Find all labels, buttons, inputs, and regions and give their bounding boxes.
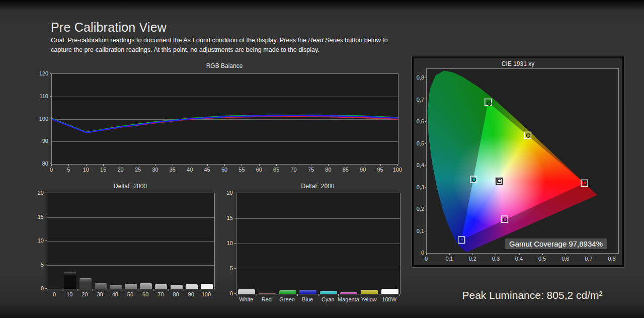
bar-20	[79, 278, 92, 289]
axis-tick	[45, 217, 47, 217]
plot-area	[426, 68, 619, 254]
tick-label: 45	[200, 167, 215, 173]
axis-tick	[294, 165, 294, 166]
axis-tick	[103, 165, 104, 166]
tick-label: 25	[130, 167, 145, 173]
grid-line	[47, 265, 214, 266]
tick-label: 90	[30, 138, 48, 144]
axis-tick	[51, 165, 52, 166]
grid-line	[47, 241, 214, 242]
tick-label: 55	[234, 167, 249, 173]
bar-10	[64, 272, 76, 289]
bar-red	[259, 293, 276, 294]
grid-line	[47, 217, 214, 218]
tick-label: 5	[30, 262, 44, 268]
tick-label: 0,1	[441, 256, 458, 262]
axis-tick	[121, 165, 121, 166]
axis-tick	[234, 193, 236, 193]
bar-70	[155, 284, 167, 289]
bar-label: 100W	[375, 296, 403, 303]
tick-label: 0,2	[414, 206, 424, 212]
bar-100	[201, 284, 213, 289]
axis-tick	[589, 254, 589, 255]
axis-tick	[399, 294, 400, 296]
tick-label: 10	[219, 240, 233, 247]
peak-luminance: Peak Luminance: 805,2 cd/m²	[442, 289, 623, 301]
axis-tick	[328, 165, 329, 166]
axis-tick	[190, 165, 190, 166]
tick-label: 20	[219, 190, 233, 196]
tick-label: 0,3	[487, 256, 504, 262]
bar-100w	[381, 289, 398, 294]
axis-tick	[224, 165, 225, 166]
pre-calibration-view: { "page": { "title": "Pre Calibration Vi…	[0, 0, 644, 318]
axis-tick	[425, 209, 426, 209]
axis-tick	[496, 254, 496, 255]
tick-label: 5	[61, 167, 76, 173]
axis-tick	[379, 294, 379, 296]
goal-mid: button below to	[343, 37, 388, 44]
axis-tick	[449, 254, 450, 255]
axis-tick	[359, 294, 359, 296]
axis-tick	[257, 294, 257, 296]
axis-tick	[169, 289, 169, 291]
axis-tick	[207, 165, 208, 166]
axis-tick	[123, 289, 123, 291]
axis-tick	[138, 289, 138, 291]
axis-tick	[93, 289, 93, 291]
tick-label: 0	[219, 290, 233, 297]
tick-label: 30	[147, 167, 163, 173]
measured-point-green	[488, 102, 491, 105]
axis-tick	[380, 165, 381, 166]
bar-30	[95, 283, 107, 289]
tick-label: 95	[373, 167, 388, 173]
tick-label: 60	[252, 167, 267, 173]
tick-label: 5	[219, 265, 233, 272]
axis-tick	[612, 254, 612, 255]
gamut-coverage-badge: Gamut Coverage 97,8934%	[505, 238, 607, 249]
deltae-color-chart: DeltaE 200005101520WhiteRedGreenBlueCyan…	[219, 183, 405, 308]
axis-tick	[50, 96, 51, 97]
bar-green	[279, 290, 296, 294]
series-line-blue	[52, 116, 398, 133]
tick-label: 40	[182, 167, 197, 173]
axis-tick	[50, 73, 51, 74]
tick-label: 15	[96, 167, 111, 173]
axis-tick	[45, 288, 47, 289]
axis-tick	[425, 187, 426, 188]
tick-label: 120	[30, 70, 48, 77]
tick-label: 50	[217, 167, 232, 173]
tick-label: 35	[165, 167, 180, 173]
axis-tick	[214, 289, 214, 291]
tick-label: 65	[269, 167, 284, 173]
axis-tick	[199, 289, 199, 291]
tick-label: 0,5	[534, 256, 551, 262]
axis-tick	[153, 289, 153, 291]
axis-tick	[50, 119, 51, 119]
tick-label: 110	[30, 93, 48, 100]
tick-label: 70	[286, 167, 301, 173]
tick-label: 0,6	[557, 256, 574, 262]
measured-point-cyan	[472, 178, 476, 181]
axis-tick	[259, 165, 260, 166]
axis-tick	[397, 165, 398, 166]
plot-area	[47, 193, 215, 289]
tick-label: 0,4	[511, 256, 528, 262]
measured-point-red	[584, 181, 587, 185]
axis-tick	[47, 289, 47, 291]
axis-tick	[425, 77, 426, 78]
axis-tick	[276, 165, 277, 166]
grid-line	[236, 218, 400, 219]
axis-tick	[472, 254, 473, 255]
plot-area	[51, 73, 398, 165]
axis-tick	[234, 218, 236, 218]
goal-prefix: Goal: Pre-calibration readings to docume…	[51, 37, 308, 44]
tick-label: 10	[30, 237, 44, 244]
cie-gamut-triangle	[428, 71, 597, 252]
axis-tick	[566, 254, 566, 255]
axis-tick	[425, 143, 426, 144]
axis-tick	[542, 254, 543, 255]
page-title: Pre Calibration View	[51, 20, 167, 35]
goal-line2: capture the pre-calibration readings. At…	[51, 46, 319, 53]
tick-label: 20	[30, 190, 44, 196]
